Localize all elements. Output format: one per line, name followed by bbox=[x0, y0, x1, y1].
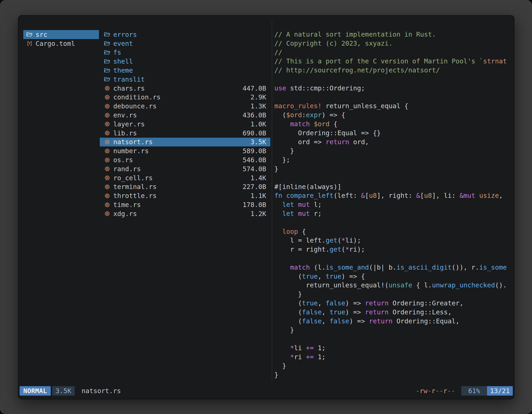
file-item-rand.rs[interactable]: Rrand.rs574.0B bbox=[100, 164, 270, 173]
code-line: *ri += 1; bbox=[274, 353, 513, 362]
rust-file-icon: R bbox=[104, 157, 111, 163]
code-line: }; bbox=[274, 155, 513, 164]
rust-file-icon: R bbox=[104, 104, 111, 109]
file-item-chars.rs[interactable]: Rchars.rs447.0B bbox=[100, 84, 270, 93]
item-name: ro_cell.rs bbox=[113, 174, 153, 182]
svg-text:R: R bbox=[106, 123, 108, 126]
dir-item-translit[interactable]: translit bbox=[100, 75, 270, 84]
folder-icon bbox=[104, 32, 111, 37]
item-name: number.rs bbox=[113, 147, 149, 155]
dir-item-errors[interactable]: errors bbox=[100, 30, 270, 39]
file-item-Cargo.toml[interactable]: Cargo.toml bbox=[23, 39, 99, 48]
item-name: lib.rs bbox=[113, 129, 137, 137]
rust-file-icon: R bbox=[104, 86, 111, 91]
code-line: (true, false) => return Ordering::Greate… bbox=[274, 299, 513, 308]
item-name: translit bbox=[113, 76, 145, 83]
rust-file-icon: R bbox=[104, 113, 111, 118]
code-line: fn compare_left(left: &[u8], right: &[u8… bbox=[274, 191, 513, 200]
item-size: 1.3K bbox=[250, 102, 266, 110]
item-name: env.rs bbox=[113, 111, 137, 119]
code-line: let mut l; bbox=[274, 200, 513, 209]
svg-text:R: R bbox=[106, 105, 108, 108]
file-item-xdg.rs[interactable]: Rxdg.rs1.2K bbox=[100, 209, 270, 218]
code-line: l = left.get(*li); bbox=[274, 236, 513, 245]
rust-file-icon: R bbox=[104, 95, 111, 100]
file-item-layer.rs[interactable]: Rlayer.rs1.0K bbox=[100, 120, 270, 129]
dir-item-fs[interactable]: fs bbox=[100, 48, 270, 57]
item-name: condition.rs bbox=[113, 93, 161, 101]
file-item-condition.rs[interactable]: Rcondition.rs2.9K bbox=[100, 93, 270, 102]
item-size: 178.0B bbox=[242, 201, 266, 209]
item-name: Cargo.toml bbox=[36, 40, 75, 48]
file-item-ro_cell.rs[interactable]: Rro_cell.rs1.4K bbox=[100, 173, 270, 183]
item-size: 227.0B bbox=[242, 183, 266, 191]
item-name: theme bbox=[113, 67, 133, 74]
folder-icon bbox=[104, 77, 111, 82]
dir-item-theme[interactable]: theme bbox=[100, 66, 270, 75]
file-item-natsort.rs[interactable]: Rnatsort.rs3.5K bbox=[100, 138, 270, 147]
item-name: event bbox=[113, 40, 133, 48]
item-name: time.rs bbox=[113, 201, 141, 209]
code-line bbox=[274, 254, 513, 263]
code-line: *li += 1; bbox=[274, 344, 513, 353]
code-line: // This is a port of the C version of Ma… bbox=[274, 57, 513, 66]
code-line: match (l.is_some_and(|b| b.is_ascii_digi… bbox=[274, 263, 513, 272]
item-name: xdg.rs bbox=[113, 210, 137, 218]
status-bar-right: -rw-r--r-- 61% 13/21 bbox=[416, 386, 513, 395]
item-name: shell bbox=[113, 58, 133, 65]
file-list-pane: errorseventfsshellthemetranslitRchars.rs… bbox=[100, 30, 270, 218]
rust-file-icon: R bbox=[104, 193, 111, 199]
file-item-os.rs[interactable]: Ros.rs546.0B bbox=[100, 155, 270, 164]
code-line: ord => return ord, bbox=[274, 138, 513, 147]
file-item-debounce.rs[interactable]: Rdebounce.rs1.3K bbox=[100, 102, 270, 111]
code-line: let mut r; bbox=[274, 209, 513, 218]
file-item-throttle.rs[interactable]: Rthrottle.rs1.1K bbox=[100, 191, 270, 200]
svg-text:R: R bbox=[106, 150, 108, 153]
code-line: Ordering::Equal => {} bbox=[274, 129, 513, 138]
file-item-terminal.rs[interactable]: Rterminal.rs227.0B bbox=[100, 183, 270, 192]
item-size: 1.1K bbox=[250, 192, 266, 200]
svg-text:R: R bbox=[106, 159, 108, 162]
svg-text:R: R bbox=[106, 114, 108, 117]
dir-item-src[interactable]: src bbox=[23, 30, 99, 39]
code-line bbox=[274, 173, 513, 183]
svg-text:R: R bbox=[106, 132, 108, 135]
code-line bbox=[274, 218, 513, 227]
code-line: } bbox=[274, 290, 513, 299]
svg-text:R: R bbox=[106, 194, 108, 197]
rust-file-icon: R bbox=[104, 130, 111, 136]
dir-item-shell[interactable]: shell bbox=[100, 57, 270, 66]
code-line: } bbox=[274, 370, 513, 379]
status-bar: NORMAL 3.5K natsort.rs -rw-r--r-- 61% 13… bbox=[20, 386, 513, 395]
item-size: 1.0K bbox=[250, 120, 266, 128]
scroll-percent-badge: 61% bbox=[461, 386, 487, 395]
file-item-env.rs[interactable]: Renv.rs436.0B bbox=[100, 111, 270, 120]
file-size-badge: 3.5K bbox=[52, 386, 75, 395]
file-item-lib.rs[interactable]: Rlib.rs690.0B bbox=[100, 129, 270, 138]
cursor-position-badge: 13/21 bbox=[487, 386, 513, 395]
code-line bbox=[274, 93, 513, 102]
svg-text:R: R bbox=[106, 168, 108, 171]
code-line: macro_rules! return_unless_equal { bbox=[274, 102, 513, 111]
pane-divider bbox=[272, 21, 272, 382]
item-size: 3.5K bbox=[250, 138, 266, 146]
item-size: 589.0B bbox=[242, 147, 266, 155]
item-name: layer.rs bbox=[113, 120, 145, 128]
code-line: // Copyright (c) 2023, sxyazi. bbox=[274, 39, 513, 48]
item-size: 2.9K bbox=[250, 93, 266, 101]
code-line: } bbox=[274, 164, 513, 173]
rust-file-icon: R bbox=[104, 211, 111, 216]
dir-item-event[interactable]: event bbox=[100, 39, 270, 48]
code-line: } bbox=[274, 146, 513, 155]
rust-file-icon: R bbox=[104, 121, 111, 127]
folder-icon bbox=[104, 41, 111, 46]
code-line: // http://sourcefrog.net/projects/natsor… bbox=[274, 66, 513, 75]
item-size: 1.2K bbox=[250, 210, 266, 218]
item-size: 690.0B bbox=[242, 129, 266, 137]
status-filename: natsort.rs bbox=[82, 387, 121, 395]
file-item-time.rs[interactable]: Rtime.rs178.0B bbox=[100, 200, 270, 209]
rust-file-icon: R bbox=[104, 202, 111, 208]
item-size: 447.0B bbox=[242, 85, 266, 92]
file-item-number.rs[interactable]: Rnumber.rs589.0B bbox=[100, 146, 270, 155]
item-name: src bbox=[36, 31, 48, 39]
